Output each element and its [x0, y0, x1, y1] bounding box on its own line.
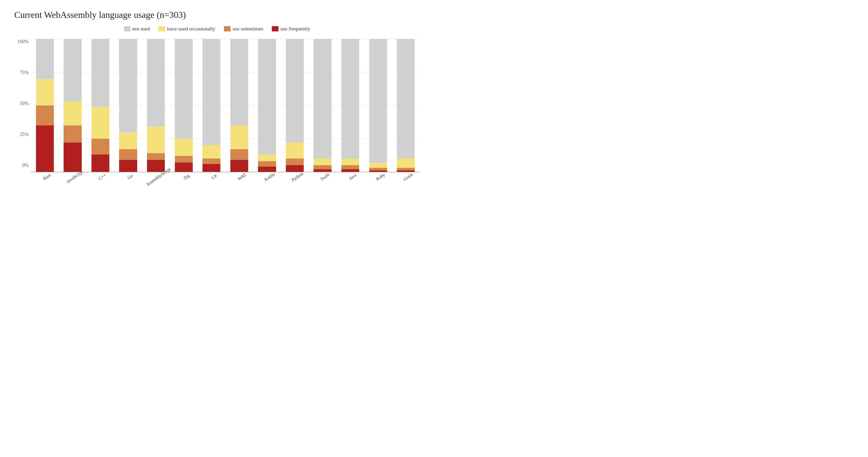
- bar-segment-notUsed: [175, 39, 193, 139]
- bar-segment-notUsed: [258, 39, 276, 155]
- bar-stack: [147, 39, 165, 172]
- chart-title: Current WebAssembly language usage (n=30…: [14, 9, 420, 20]
- bar-segment-occasionally: [175, 139, 193, 156]
- bar-segment-notUsed: [369, 39, 387, 163]
- bar-segment-notUsed: [341, 39, 359, 159]
- bar-segment-occasionally: [64, 101, 82, 125]
- bar-segment-occasionally: [36, 79, 54, 105]
- bar-group-java: [336, 39, 364, 172]
- bar-stack: [230, 39, 248, 172]
- bar-segment-occasionally: [369, 163, 387, 168]
- bar-segment-notUsed: [397, 39, 415, 159]
- bar-segment-notUsed: [119, 39, 137, 132]
- y-axis-label: 75%: [14, 70, 31, 75]
- bar-segment-sometimes: [313, 165, 331, 169]
- legend-swatch-have-used-occasionally: [158, 26, 165, 31]
- bar-group-python: [281, 39, 309, 172]
- bar-group-rust: [31, 39, 59, 172]
- bar-segment-notUsed: [147, 39, 165, 127]
- bar-segment-occasionally: [147, 127, 165, 153]
- y-axis-label: 0%: [14, 163, 31, 168]
- bar-stack: [341, 39, 359, 172]
- bar-segment-notUsed: [230, 39, 248, 125]
- bar-segment-notUsed: [286, 39, 304, 142]
- bar-group-zig: [170, 39, 198, 172]
- bar-group-javascript: [59, 39, 87, 172]
- bar-group-c-: [197, 39, 225, 172]
- bar-group-go: [114, 39, 142, 172]
- bar-group-assemblyscript: [142, 39, 170, 172]
- bar-segment-sometimes: [203, 159, 220, 164]
- bar-segment-frequently: [64, 142, 82, 172]
- bar-segment-occasionally: [203, 145, 220, 159]
- bar-group-swift: [309, 39, 337, 172]
- x-labels: RustJavaScriptC++GoAssemblyScriptZigC#WA…: [31, 174, 420, 181]
- bar-segment-sometimes: [175, 156, 193, 163]
- bar-stack: [397, 39, 415, 172]
- bar-segment-notUsed: [36, 39, 54, 79]
- bar-stack: [175, 39, 193, 172]
- bar-stack: [286, 39, 304, 172]
- bar-segment-occasionally: [258, 155, 276, 161]
- bar-segment-occasionally: [286, 142, 304, 159]
- bar-group-wat: [225, 39, 253, 172]
- bar-stack: [91, 39, 109, 172]
- legend-label-use-frequently: use frequently: [280, 26, 310, 32]
- bar-stack: [369, 39, 387, 172]
- bars-inner: [31, 39, 420, 172]
- bar-stack: [36, 39, 54, 172]
- bar-stack: [203, 39, 220, 172]
- bar-segment-notUsed: [91, 39, 109, 107]
- bar-segment-sometimes: [147, 153, 165, 160]
- bar-group-kotlin: [253, 39, 281, 172]
- y-axis-label: 25%: [14, 132, 31, 137]
- legend-swatch-use-frequently: [272, 26, 278, 31]
- bar-segment-sometimes: [230, 149, 248, 160]
- bar-segment-notUsed: [313, 39, 331, 159]
- bar-segment-sometimes: [341, 165, 359, 169]
- bar-segment-occasionally: [313, 159, 331, 165]
- bar-segment-sometimes: [64, 125, 82, 143]
- bar-segment-sometimes: [36, 105, 54, 125]
- bar-stack: [64, 39, 82, 172]
- bar-segment-sometimes: [258, 161, 276, 166]
- bar-segment-frequently: [36, 125, 54, 172]
- legend-swatch-not-used: [124, 26, 130, 31]
- bar-segment-notUsed: [64, 39, 82, 101]
- bar-segment-sometimes: [91, 139, 109, 155]
- bar-segment-occasionally: [230, 125, 248, 149]
- bar-segment-occasionally: [91, 107, 109, 139]
- bar-stack: [258, 39, 276, 172]
- legend-label-not-used: not used: [132, 26, 150, 32]
- y-axis: 0%25%50%75%100%: [14, 39, 31, 181]
- y-axis-label: 100%: [14, 39, 31, 44]
- bar-group-ruby: [364, 39, 392, 172]
- legend-label-have-used-occasionally: have used occasionally: [167, 26, 215, 32]
- legend-item-use-frequently: use frequently: [272, 26, 310, 32]
- bar-group-c--: [87, 39, 114, 172]
- chart-area: 0%25%50%75%100% RustJavaScriptC++GoAssem…: [14, 39, 420, 181]
- legend-item-use-sometimes: use sometimes: [224, 26, 263, 32]
- bar-stack: [119, 39, 137, 172]
- legend-swatch-use-sometimes: [224, 26, 230, 31]
- bar-segment-occasionally: [397, 159, 415, 168]
- legend-item-have-used-occasionally: have used occasionally: [158, 26, 215, 32]
- bar-segment-sometimes: [119, 149, 137, 160]
- bar-group-grain: [392, 39, 420, 172]
- bar-segment-occasionally: [119, 132, 137, 150]
- bar-segment-occasionally: [341, 159, 359, 165]
- bar-segment-notUsed: [203, 39, 220, 145]
- chart-legend: not usedhave used occasionallyuse someti…: [14, 26, 420, 32]
- bar-segment-sometimes: [286, 159, 304, 165]
- bar-stack: [313, 39, 331, 172]
- legend-label-use-sometimes: use sometimes: [232, 26, 263, 32]
- y-axis-label: 50%: [14, 101, 31, 106]
- bars-container: RustJavaScriptC++GoAssemblyScriptZigC#WA…: [31, 39, 420, 181]
- legend-item-not-used: not used: [124, 26, 150, 32]
